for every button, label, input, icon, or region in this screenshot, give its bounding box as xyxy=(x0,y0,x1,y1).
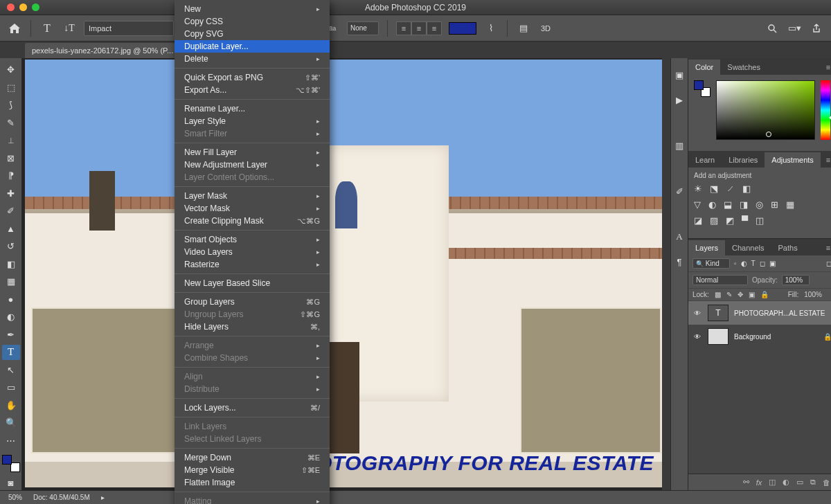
text-color-swatch[interactable] xyxy=(449,22,476,35)
menu-new-layer-slice[interactable]: New Layer Based Slice xyxy=(175,277,330,289)
properties-panel-icon[interactable]: ▥ xyxy=(671,137,688,154)
lock-position-icon[interactable]: ✥ xyxy=(738,291,743,298)
type-tool-icon[interactable]: T xyxy=(39,21,55,36)
menu-group-layers[interactable]: Group Layers⌘G xyxy=(175,296,330,308)
menu-duplicate-layer[interactable]: Duplicate Layer... xyxy=(175,40,330,53)
quickmask-icon[interactable]: ◙ xyxy=(2,475,20,490)
menu-rename-layer[interactable]: Rename Layer... xyxy=(175,102,330,115)
3d-icon[interactable]: 3D xyxy=(538,21,553,36)
filter-toggle[interactable]: ◻ xyxy=(826,260,831,267)
tab-adjustments[interactable]: Adjustments xyxy=(765,152,821,168)
tab-swatches[interactable]: Swatches xyxy=(720,60,767,75)
curves-adj-icon[interactable]: ⟋ xyxy=(726,183,735,194)
fg-bg-swatch[interactable] xyxy=(694,80,711,97)
hue-slider[interactable] xyxy=(821,80,830,140)
menu-merge-down[interactable]: Merge Down⌘E xyxy=(175,451,330,464)
visibility-icon[interactable]: 👁 xyxy=(692,309,702,317)
new-adj-layer-icon[interactable]: ◐ xyxy=(783,478,789,487)
filter-adj-icon[interactable]: ◐ xyxy=(741,260,747,267)
new-layer-icon[interactable]: ⧉ xyxy=(810,478,816,487)
share-icon[interactable] xyxy=(809,21,824,36)
frame-tool-icon[interactable]: ⊠ xyxy=(2,151,20,166)
menu-copy-css[interactable]: Copy CSS xyxy=(175,15,330,28)
tab-learn[interactable]: Learn xyxy=(688,152,722,168)
vertical-scrollbar[interactable] xyxy=(662,58,670,490)
menu-layer-mask[interactable]: Layer Mask▸ xyxy=(175,190,330,202)
brush-tool-icon[interactable]: ✐ xyxy=(2,204,20,219)
dodge-tool-icon[interactable]: ◐ xyxy=(2,309,20,325)
align-right-icon[interactable]: ≡ xyxy=(427,21,442,35)
layer-filter-kind[interactable]: 🔍 Kind xyxy=(692,258,730,269)
lasso-tool-icon[interactable]: ⟆ xyxy=(2,98,20,113)
menu-create-clipping-mask[interactable]: Create Clipping Mask⌥⌘G xyxy=(175,215,330,227)
visibility-icon[interactable]: 👁 xyxy=(692,333,702,341)
hand-tool-icon[interactable]: ✋ xyxy=(2,398,20,413)
add-mask-icon[interactable]: ◫ xyxy=(769,478,776,487)
blend-mode-select[interactable]: Normal xyxy=(692,275,748,285)
filter-type-icon[interactable]: T xyxy=(751,260,756,267)
minimize-icon[interactable] xyxy=(19,3,27,11)
chevron-right-icon[interactable]: ▸ xyxy=(101,494,105,501)
lut-adj-icon[interactable]: ▦ xyxy=(786,199,794,210)
align-center-icon[interactable]: ≡ xyxy=(411,21,427,35)
stamp-tool-icon[interactable]: ▲ xyxy=(2,222,20,237)
lock-all-icon[interactable]: 🔒 xyxy=(760,291,769,298)
character-panel-icon[interactable]: A xyxy=(671,228,688,245)
text-layer[interactable]: PHOTOGRAPHY FOR REAL ESTATE xyxy=(286,451,654,475)
selective-adj-icon[interactable]: ◫ xyxy=(756,215,764,226)
brightness-adj-icon[interactable]: ☀ xyxy=(694,183,702,194)
eyedropper-tool-icon[interactable]: ⁋ xyxy=(2,168,20,183)
menu-merge-visible[interactable]: Merge Visible⇧⌘E xyxy=(175,464,330,476)
close-icon[interactable] xyxy=(7,3,15,11)
character-panel-icon[interactable]: ▤ xyxy=(516,21,531,36)
menu-rasterize[interactable]: Rasterize▸ xyxy=(175,258,330,271)
invert-adj-icon[interactable]: ◪ xyxy=(694,215,702,226)
quick-select-tool-icon[interactable]: ✎ xyxy=(2,116,20,131)
edit-toolbar-icon[interactable]: ⋯ xyxy=(2,433,20,449)
tab-libraries[interactable]: Libraries xyxy=(722,152,765,168)
lock-pixels-icon[interactable]: ✎ xyxy=(726,291,732,298)
menu-lock-layers[interactable]: Lock Layers...⌘/ xyxy=(175,402,330,414)
fg-bg-swatch[interactable] xyxy=(2,455,20,472)
lock-artboard-icon[interactable]: ▣ xyxy=(749,291,755,298)
menu-copy-svg[interactable]: Copy SVG xyxy=(175,28,330,40)
tab-paths[interactable]: Paths xyxy=(771,240,805,255)
play-icon[interactable]: ▶ xyxy=(671,91,688,108)
eraser-tool-icon[interactable]: ◧ xyxy=(2,257,20,272)
canvas-area[interactable]: PHOTOGRAPHY FOR REAL ESTATE xyxy=(22,58,670,490)
history-brush-tool-icon[interactable]: ↺ xyxy=(2,239,20,254)
layer-item[interactable]: 👁 Background 🔒 xyxy=(688,325,831,348)
marquee-tool-icon[interactable]: ⬚ xyxy=(2,80,20,96)
photofilter-adj-icon[interactable]: ◎ xyxy=(756,199,763,210)
menu-flatten[interactable]: Flatten Image xyxy=(175,476,330,489)
bw-adj-icon[interactable]: ◨ xyxy=(740,199,748,210)
menu-delete[interactable]: Delete▸ xyxy=(175,53,330,65)
menu-hide-layers[interactable]: Hide Layers⌘, xyxy=(175,321,330,333)
history-panel-icon[interactable]: ▣ xyxy=(671,66,688,83)
tab-layers[interactable]: Layers xyxy=(688,240,725,255)
font-family-select[interactable]: Impact xyxy=(84,21,174,36)
crop-tool-icon[interactable]: ⟂ xyxy=(2,133,20,148)
shape-tool-icon[interactable]: ▭ xyxy=(2,380,20,395)
exposure-adj-icon[interactable]: ◧ xyxy=(742,183,751,194)
color-field[interactable] xyxy=(716,80,815,140)
text-orient-icon[interactable]: ↓T xyxy=(62,21,77,36)
panel-menu-icon[interactable]: ≡ xyxy=(821,240,831,255)
vibrance-adj-icon[interactable]: ▽ xyxy=(694,199,701,210)
filter-smart-icon[interactable]: ▣ xyxy=(769,260,776,267)
colorbal-adj-icon[interactable]: ⬓ xyxy=(724,199,732,210)
pen-tool-icon[interactable]: ✒ xyxy=(2,327,20,343)
layer-fx-icon[interactable]: fx xyxy=(756,478,762,487)
blur-tool-icon[interactable]: ● xyxy=(2,292,20,307)
warp-text-icon[interactable]: ⌇ xyxy=(483,21,499,36)
levels-adj-icon[interactable]: ⬔ xyxy=(710,183,718,194)
tab-color[interactable]: Color xyxy=(688,60,720,75)
canvas[interactable]: PHOTOGRAPHY FOR REAL ESTATE xyxy=(25,60,668,487)
gradient-tool-icon[interactable]: ▦ xyxy=(2,274,20,289)
menu-layer-style[interactable]: Layer Style▸ xyxy=(175,115,330,127)
path-select-tool-icon[interactable]: ↖ xyxy=(2,363,20,378)
menu-smart-objects[interactable]: Smart Objects▸ xyxy=(175,233,330,246)
workspace-icon[interactable]: ▭▾ xyxy=(787,21,802,36)
panel-menu-icon[interactable]: ≡ xyxy=(821,60,831,75)
align-left-icon[interactable]: ≡ xyxy=(396,21,411,35)
